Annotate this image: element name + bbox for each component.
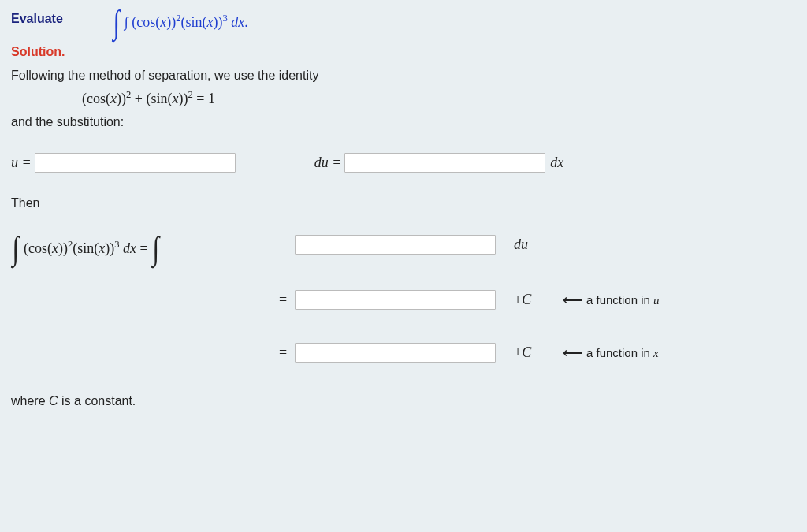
integral-body: ∫ (cos(x))2(sin(x))3 dx. xyxy=(125,14,248,30)
substitution-line: and the substitution: xyxy=(11,115,796,129)
equals-2: = xyxy=(271,292,295,308)
antiderivative-u-input[interactable] xyxy=(295,290,496,310)
u-label: u = xyxy=(11,154,32,171)
prompt-row: Evaluate ∫ ∫ (cos(x))2(sin(x))3 dx. xyxy=(11,6,796,31)
arrow-3: ⟵ xyxy=(563,344,578,362)
integrand-u-input[interactable] xyxy=(295,235,496,255)
dx-label: dx xyxy=(550,154,563,171)
du-label: du = xyxy=(314,154,342,171)
solution-heading: Solution. xyxy=(11,45,796,59)
pythagorean-identity: (cos(x))2 + (sin(x))2 = 1 xyxy=(82,89,796,107)
note-u: a function in u xyxy=(586,293,796,307)
du-input[interactable] xyxy=(344,153,545,173)
du-suffix: du xyxy=(514,236,528,252)
u-input[interactable] xyxy=(35,153,236,173)
plus-c-2: +C xyxy=(508,292,563,308)
antiderivative-x-input[interactable] xyxy=(295,343,496,363)
constant-footer: where C is a constant. xyxy=(11,394,796,408)
integral-lhs: ∫ (cos(x))2(sin(x))3 dx = ∫ xyxy=(11,233,271,257)
substitution-row: u = du = dx xyxy=(11,153,796,173)
then-label: Then xyxy=(11,196,796,210)
integral-expression: ∫ ∫ (cos(x))2(sin(x))3 dx. xyxy=(112,6,248,31)
problem-page: Evaluate ∫ ∫ (cos(x))2(sin(x))3 dx. Solu… xyxy=(0,0,807,424)
evaluate-label: Evaluate xyxy=(11,12,63,26)
note-x: a function in x xyxy=(586,346,796,360)
arrow-2: ⟵ xyxy=(563,292,578,309)
steps-grid: ∫ (cos(x))2(sin(x))3 dx = ∫ du = +C ⟵ a … xyxy=(11,233,796,363)
equals-3: = xyxy=(271,344,295,361)
plus-c-3: +C xyxy=(508,344,563,361)
method-line: Following the method of separation, we u… xyxy=(11,69,796,83)
